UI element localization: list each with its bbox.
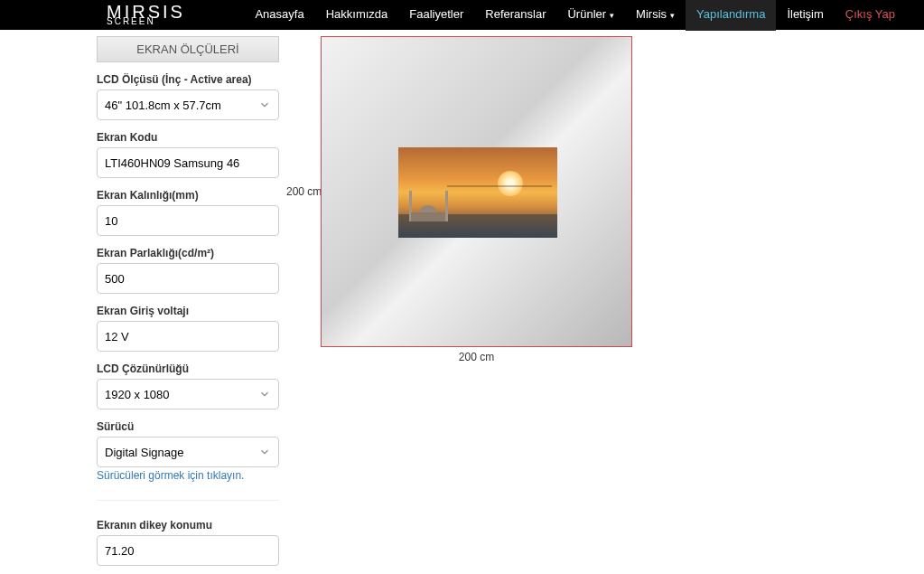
chevron-down-icon: ▾ bbox=[670, 11, 675, 20]
ekran-kodu-input[interactable] bbox=[97, 147, 279, 178]
surucu-select[interactable]: Digital Signage bbox=[97, 437, 279, 467]
nav-links: Anasayfa Hakkımızda Faaliyetler Referans… bbox=[244, 0, 906, 31]
surucu-label: Sürücü bbox=[97, 420, 279, 433]
nav-urunler[interactable]: Ürünler▾ bbox=[556, 0, 625, 31]
canvas-height-label: 200 cm bbox=[286, 185, 322, 198]
nav-iletisim[interactable]: İletişim bbox=[776, 0, 834, 31]
lcd-size-select[interactable]: 46" 101.8cm x 57.7cm bbox=[97, 89, 279, 120]
lcd-size-label: LCD Ölçüsü (İnç - Active area) bbox=[97, 73, 279, 86]
logo-sub: SCREEN bbox=[107, 18, 185, 24]
divider bbox=[97, 500, 279, 501]
voltaj-label: Ekran Giriş voltajı bbox=[97, 305, 279, 317]
section-title: EKRAN ÖLÇÜLERİ bbox=[97, 36, 279, 62]
nav-cikis[interactable]: Çıkış Yap bbox=[835, 0, 906, 31]
kalinlik-input[interactable] bbox=[97, 205, 279, 236]
parlaklik-input[interactable] bbox=[97, 263, 279, 294]
nav-mirsis[interactable]: Mirsis▾ bbox=[625, 0, 686, 31]
screen-preview-image[interactable] bbox=[398, 147, 557, 238]
cozunurluk-label: LCD Çözünürlüğü bbox=[97, 362, 279, 375]
cozunurluk-select[interactable]: 1920 x 1080 bbox=[97, 379, 279, 409]
parlaklik-label: Ekran Parlaklığı(cd/m²) bbox=[97, 247, 279, 259]
nav-referanslar[interactable]: Referanslar bbox=[474, 0, 556, 31]
kalinlik-label: Ekran Kalınlığı(mm) bbox=[97, 189, 279, 202]
preview-canvas[interactable] bbox=[321, 36, 632, 347]
voltaj-input[interactable] bbox=[97, 321, 279, 352]
canvas-area: 200 cm 200 cm bbox=[279, 36, 632, 574]
sidebar-form: EKRAN ÖLÇÜLERİ LCD Ölçüsü (İnç - Active … bbox=[97, 36, 279, 574]
chevron-down-icon: ▾ bbox=[610, 11, 614, 20]
ekran-kodu-label: Ekran Kodu bbox=[97, 131, 279, 144]
dikey-label: Ekranın dikey konumu bbox=[97, 519, 279, 532]
nav-hakkimizda[interactable]: Hakkımızda bbox=[315, 0, 399, 31]
nav-anasayfa[interactable]: Anasayfa bbox=[244, 0, 314, 31]
nav-yapilandirma[interactable]: Yapılandırma bbox=[686, 0, 776, 31]
dikey-input[interactable] bbox=[97, 535, 279, 566]
top-navbar: MIRSIS SCREEN Anasayfa Hakkımızda Faaliy… bbox=[0, 0, 924, 30]
surucu-link[interactable]: Sürücüleri görmek için tıklayın. bbox=[97, 469, 244, 482]
logo: MIRSIS SCREEN bbox=[107, 5, 185, 24]
canvas-width-label: 200 cm bbox=[459, 351, 494, 363]
nav-faaliyetler[interactable]: Faaliyetler bbox=[398, 0, 474, 31]
